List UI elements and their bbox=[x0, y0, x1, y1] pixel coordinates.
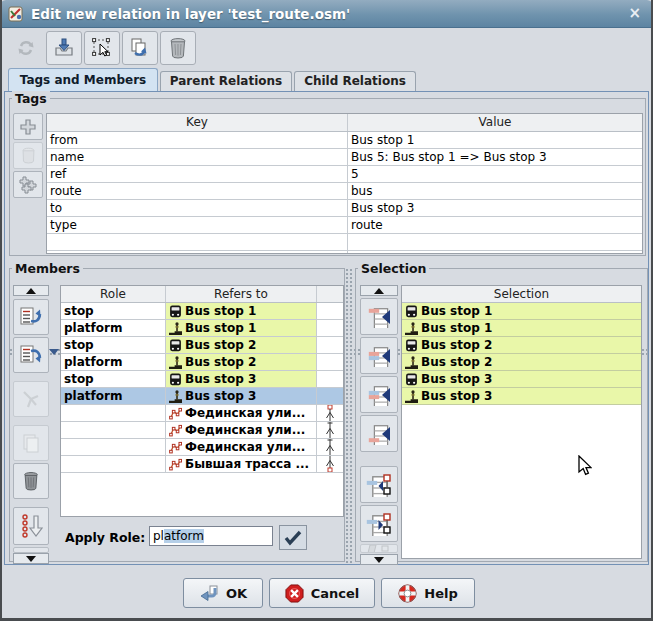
selection-row[interactable]: Bus stop 3 bbox=[402, 388, 641, 405]
delete-tag-icon bbox=[21, 147, 36, 164]
move-down-icon bbox=[19, 343, 43, 367]
add-selection-before-button[interactable] bbox=[360, 337, 398, 374]
selection-row[interactable]: Bus stop 1 bbox=[402, 303, 641, 320]
add-selection-after-icon bbox=[366, 384, 392, 406]
selection-scroll-down-button[interactable] bbox=[360, 554, 398, 565]
members-panel-title: Members bbox=[12, 261, 83, 276]
members-col-refers[interactable]: Refers to bbox=[166, 286, 317, 302]
apply-role-input[interactable]: platform bbox=[149, 526, 273, 546]
members-table[interactable]: Role Refers to stop Bus stop 1 platform … bbox=[60, 285, 344, 517]
titlebar[interactable]: Edit new relation in layer 'test_route.o… bbox=[0, 0, 653, 28]
platform-icon bbox=[169, 356, 182, 369]
tag-row[interactable]: type route bbox=[47, 217, 642, 234]
member-delete-button[interactable] bbox=[13, 463, 49, 499]
cancel-button[interactable]: Cancel bbox=[269, 578, 375, 608]
tag-row[interactable]: to Bus stop 3 bbox=[47, 200, 642, 217]
platform-icon bbox=[405, 390, 418, 403]
scroll-down-icon bbox=[374, 557, 384, 563]
member-row[interactable]: stop Bus stop 1 bbox=[61, 303, 343, 320]
member-edit-button[interactable] bbox=[13, 381, 49, 417]
tab-parent-relations[interactable]: Parent Relations bbox=[160, 71, 292, 91]
tab-content: Tags bbox=[4, 91, 649, 565]
members-col-role[interactable]: Role bbox=[61, 286, 166, 302]
selection-row[interactable]: Bus stop 3 bbox=[402, 371, 641, 388]
refresh-icon bbox=[16, 38, 36, 58]
bus-stop-icon bbox=[169, 339, 182, 352]
tag-row-empty[interactable] bbox=[47, 234, 642, 251]
tag-row[interactable]: from Bus stop 1 bbox=[47, 132, 642, 149]
member-row[interactable]: platform Bus stop 2 bbox=[61, 354, 343, 371]
way-connection-icon bbox=[317, 422, 343, 438]
tag-row-empty[interactable] bbox=[47, 251, 642, 254]
apply-role-confirm-button[interactable] bbox=[279, 525, 307, 550]
tags-col-value[interactable]: Value bbox=[348, 114, 642, 131]
selection-table[interactable]: Selection Bus stop 1 Bus stop 1 Bus stop… bbox=[401, 285, 642, 559]
member-row-selected[interactable]: platform Bus stop 3 bbox=[61, 388, 343, 405]
tags-table[interactable]: Key Value from Bus stop 1 name Bus 5: Bu… bbox=[46, 113, 643, 254]
add-selection-at-end-button[interactable] bbox=[360, 415, 398, 452]
window-title: Edit new relation in layer 'test_route.o… bbox=[31, 6, 350, 22]
platform-icon bbox=[169, 390, 182, 403]
download-members-button-clipped[interactable] bbox=[360, 544, 398, 553]
member-move-up-button[interactable] bbox=[13, 299, 49, 335]
josm-app-icon bbox=[7, 5, 25, 23]
add-selection-at-start-button[interactable] bbox=[360, 298, 398, 335]
help-button[interactable]: Help bbox=[381, 578, 475, 608]
member-sort-button[interactable] bbox=[13, 507, 49, 545]
paste-tags-button[interactable] bbox=[13, 171, 43, 198]
set-members-from-selection-icon bbox=[365, 473, 393, 497]
refresh-button[interactable] bbox=[8, 31, 44, 65]
platform-icon bbox=[405, 322, 418, 335]
apply-updates-icon bbox=[53, 37, 75, 59]
members-scroll-down-button[interactable] bbox=[13, 553, 49, 564]
help-lifebuoy-icon bbox=[398, 584, 417, 603]
add-selection-at-end-icon bbox=[366, 423, 392, 445]
tags-col-key[interactable]: Key bbox=[47, 114, 348, 131]
member-row[interactable]: Фединская ули... bbox=[61, 405, 343, 422]
close-icon[interactable]: × bbox=[628, 4, 641, 22]
member-row[interactable]: Фединская ули... bbox=[61, 422, 343, 439]
set-members-from-selection-button[interactable] bbox=[360, 466, 398, 503]
delete-relation-button[interactable] bbox=[160, 31, 196, 65]
way-connection-icon bbox=[317, 439, 343, 455]
member-row[interactable]: Бывшая трасса ... bbox=[61, 456, 343, 473]
way-icon bbox=[169, 407, 182, 420]
members-scroll-up-button[interactable] bbox=[13, 285, 49, 296]
delete-member-icon bbox=[22, 470, 40, 492]
ok-button[interactable]: OK bbox=[183, 578, 263, 608]
select-members-in-map-button[interactable] bbox=[360, 505, 398, 542]
selection-row[interactable]: Bus stop 2 bbox=[402, 337, 641, 354]
member-row[interactable]: stop Bus stop 2 bbox=[61, 337, 343, 354]
selection-col-header[interactable]: Selection bbox=[402, 286, 641, 302]
selection-scroll-up-button[interactable] bbox=[360, 285, 398, 296]
vertical-splitter[interactable] bbox=[345, 268, 354, 564]
delete-tag-button[interactable] bbox=[13, 142, 43, 169]
selection-row[interactable]: Bus stop 1 bbox=[402, 320, 641, 337]
scroll-down-icon bbox=[26, 556, 36, 562]
select-objects-icon bbox=[91, 37, 113, 59]
duplicate-relation-button[interactable] bbox=[122, 31, 158, 65]
tag-row[interactable]: route bus bbox=[47, 183, 642, 200]
way-connection-icon bbox=[317, 405, 343, 421]
select-objects-button[interactable] bbox=[84, 31, 120, 65]
add-tag-button[interactable] bbox=[13, 113, 43, 140]
tab-child-relations[interactable]: Child Relations bbox=[294, 71, 416, 91]
selection-panel-title: Selection bbox=[358, 261, 429, 276]
member-move-down-button[interactable] bbox=[13, 337, 49, 373]
tag-row[interactable]: name Bus 5: Bus stop 1 => Bus stop 3 bbox=[47, 149, 642, 166]
add-selection-after-button[interactable] bbox=[360, 376, 398, 413]
platform-icon bbox=[169, 322, 182, 335]
toolbar bbox=[2, 28, 651, 68]
tabbar: Tags and Members Parent Relations Child … bbox=[2, 68, 651, 91]
member-row[interactable]: stop Bus stop 3 bbox=[61, 371, 343, 388]
platform-icon bbox=[405, 356, 418, 369]
member-row[interactable]: platform Bus stop 1 bbox=[61, 320, 343, 337]
member-copy-button[interactable] bbox=[13, 425, 49, 461]
tab-tags-and-members[interactable]: Tags and Members bbox=[8, 68, 158, 91]
member-row[interactable]: Фединская ули... bbox=[61, 439, 343, 456]
apply-updates-button[interactable] bbox=[46, 31, 82, 65]
copy-member-icon bbox=[19, 431, 43, 455]
selection-row[interactable]: Bus stop 2 bbox=[402, 354, 641, 371]
duplicate-relation-icon bbox=[129, 37, 151, 59]
tag-row[interactable]: ref 5 bbox=[47, 166, 642, 183]
